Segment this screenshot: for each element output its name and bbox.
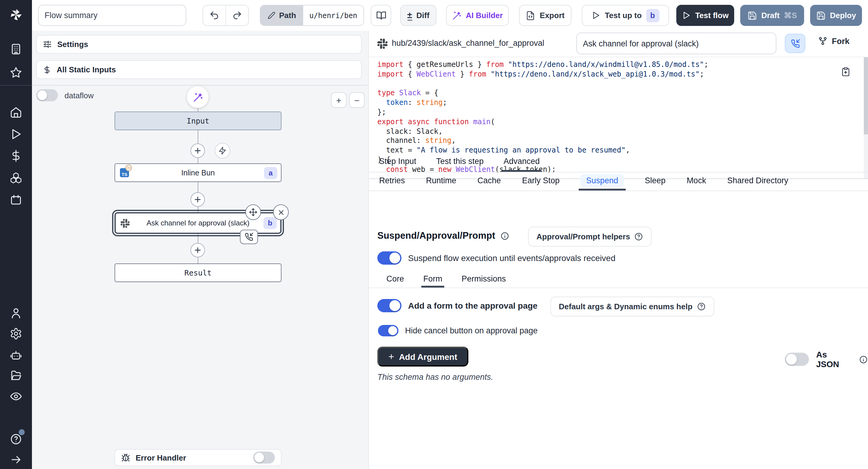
- step-name-input[interactable]: [576, 33, 776, 54]
- dollar-icon: [43, 65, 51, 74]
- path-label: Path: [260, 5, 303, 25]
- test-flow-button[interactable]: Test flow: [676, 5, 734, 26]
- bun-icon: [125, 164, 132, 171]
- subtab-mock[interactable]: Mock: [685, 173, 708, 190]
- zoom-out-button[interactable]: −: [349, 92, 365, 108]
- windmill-logo-icon[interactable]: [7, 6, 25, 24]
- flow-node-inline-bun[interactable]: TS Inline Bun a: [115, 163, 281, 182]
- plus-icon: [193, 147, 202, 155]
- flow-settings-button[interactable]: Settings: [36, 35, 362, 54]
- add-form-label: Add a form to the approval page: [408, 301, 537, 310]
- subtab-shared-directory[interactable]: Shared Directory: [725, 173, 790, 190]
- phone-incoming-icon: [245, 233, 253, 241]
- question-circle-icon: [634, 232, 644, 241]
- undo-button[interactable]: [203, 5, 225, 25]
- suspend-toggle-label: Suspend flow execution until events/appr…: [408, 253, 615, 263]
- export-button[interactable]: Export: [519, 5, 571, 26]
- redo-button[interactable]: [225, 5, 248, 25]
- eye-icon[interactable]: [10, 390, 22, 403]
- save-icon: [747, 10, 757, 20]
- home-icon[interactable]: [10, 106, 22, 119]
- fork-button[interactable]: Fork: [818, 36, 849, 46]
- test-up-to-button[interactable]: Test up to b: [582, 5, 669, 26]
- step-header: hub/2439/slack/ask_channel_for_approval …: [369, 31, 868, 57]
- runs-play-icon[interactable]: [10, 128, 22, 140]
- add-form-toggle[interactable]: [377, 299, 401, 312]
- tab-form[interactable]: Form: [422, 271, 444, 287]
- zoom-in-button[interactable]: +: [331, 92, 347, 108]
- hide-cancel-toggle[interactable]: [378, 325, 398, 336]
- close-icon: [277, 208, 285, 216]
- as-json-toggle[interactable]: [785, 353, 809, 366]
- phone-incoming-icon: [790, 39, 800, 48]
- move-node-button[interactable]: [245, 205, 261, 220]
- all-static-inputs-button[interactable]: All Static Inputs: [36, 60, 362, 79]
- suspend-phone-button[interactable]: [785, 34, 805, 53]
- add-step-button[interactable]: [190, 243, 205, 257]
- hub-script-path[interactable]: hub/2439/slack/ask_channel_for_approval: [392, 39, 544, 48]
- error-handler-row[interactable]: Error Handler: [115, 449, 281, 466]
- resources-cubes-icon[interactable]: [10, 172, 22, 184]
- plus-icon: [193, 246, 202, 254]
- subtab-retries[interactable]: Retries: [377, 173, 407, 190]
- slack-icon: [377, 39, 388, 49]
- add-argument-button[interactable]: + Add Argument: [377, 347, 468, 367]
- settings-gear-icon[interactable]: [10, 327, 22, 340]
- tab-test-this-step[interactable]: Test this step: [434, 153, 486, 172]
- dataflow-toggle[interactable]: [36, 89, 58, 101]
- user-icon[interactable]: [10, 307, 22, 319]
- add-step-button[interactable]: [190, 192, 205, 207]
- deploy-button[interactable]: Deploy: [810, 5, 862, 26]
- subtab-suspend[interactable]: Suspend: [579, 173, 626, 190]
- app-sidebar: [0, 0, 32, 469]
- app-root: Path u/henri/ben ± Diff AI Builder Expor…: [0, 0, 868, 469]
- info-icon[interactable]: [859, 355, 868, 364]
- folder-open-icon[interactable]: [10, 370, 22, 382]
- as-json-control: As JSON: [785, 350, 868, 369]
- workspace-icon[interactable]: [10, 43, 22, 56]
- subtab-cache[interactable]: Cache: [475, 173, 503, 190]
- variables-dollar-icon[interactable]: [10, 150, 22, 162]
- info-icon[interactable]: [500, 231, 509, 240]
- robot-icon[interactable]: [10, 349, 22, 362]
- path-control[interactable]: Path u/henri/ben: [260, 5, 364, 26]
- step-badge: b: [646, 9, 659, 22]
- suspend-phone-badge[interactable]: [240, 230, 258, 244]
- tab-advanced[interactable]: Advanced: [502, 153, 541, 172]
- error-handler-toggle[interactable]: [253, 451, 275, 464]
- move-arrows-icon: [249, 208, 257, 216]
- git-fork-icon: [818, 36, 828, 46]
- docs-book-button[interactable]: [371, 5, 391, 26]
- flow-summary-input[interactable]: [38, 5, 186, 26]
- tab-core[interactable]: Core: [384, 271, 406, 287]
- add-step-button[interactable]: [190, 144, 205, 158]
- subtab-runtime[interactable]: Runtime: [424, 173, 458, 190]
- plus-icon: [193, 195, 202, 204]
- subtab-early-stop[interactable]: Early Stop: [520, 173, 561, 190]
- add-trigger-button[interactable]: [215, 143, 230, 159]
- path-value[interactable]: u/henri/ben: [303, 5, 363, 25]
- suspend-flow-toggle[interactable]: [377, 251, 401, 264]
- favorites-star-icon[interactable]: [10, 66, 22, 79]
- default-args-help-button[interactable]: Default args & Dynamic enums help: [550, 296, 714, 316]
- subtab-sleep[interactable]: Sleep: [643, 173, 667, 190]
- copy-code-icon[interactable]: [841, 67, 850, 76]
- flow-node-input[interactable]: Input: [115, 112, 281, 130]
- ai-flow-wand-button[interactable]: [187, 86, 209, 108]
- topbar: Path u/henri/ben ± Diff AI Builder Expor…: [32, 0, 868, 31]
- plus-minus-icon: ±: [407, 10, 412, 21]
- schedules-calendar-icon[interactable]: [10, 193, 22, 206]
- draft-button[interactable]: Draft ⌘S: [740, 5, 804, 26]
- flow-node-result[interactable]: Result: [115, 263, 281, 282]
- expand-sidebar-arrow-icon[interactable]: [10, 453, 22, 466]
- tab-permissions[interactable]: Permissions: [460, 271, 508, 287]
- ai-builder-button[interactable]: AI Builder: [446, 5, 509, 26]
- delete-node-button[interactable]: [273, 205, 289, 220]
- approval-prompt-helpers-button[interactable]: Approval/Prompt helpers: [528, 227, 652, 247]
- as-json-label: As JSON: [816, 350, 852, 369]
- dataflow-toggle-row: dataflow: [36, 89, 94, 101]
- diff-button[interactable]: ± Diff: [400, 5, 436, 26]
- book-icon: [376, 10, 386, 21]
- magic-wand-icon: [452, 10, 462, 20]
- tab-step-input[interactable]: Step Input: [377, 153, 418, 172]
